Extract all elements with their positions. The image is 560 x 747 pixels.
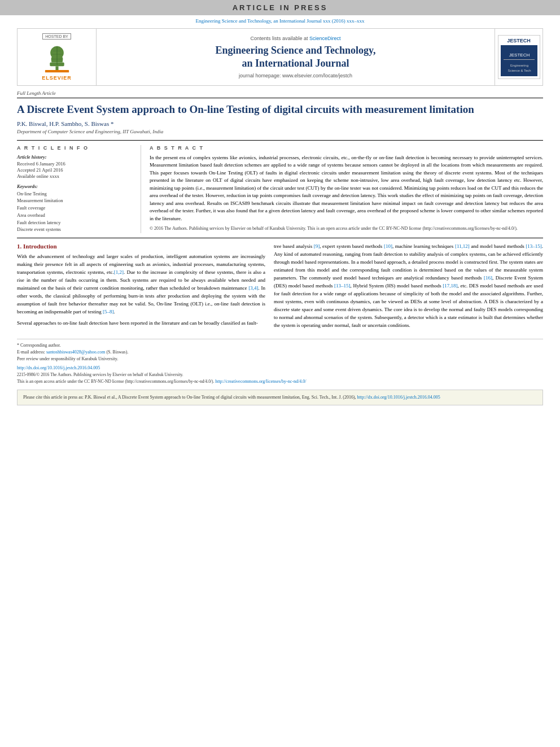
ref-link-17-18[interactable]: [17,18] — [443, 283, 457, 289]
journal-title-main: Engineering Science and Technology, an I… — [215, 44, 375, 71]
keyword-item-4: Area overhead — [17, 212, 134, 219]
keyword-item-3: Fault coverage — [17, 204, 134, 212]
jestech-logo-box: JESTECH JESTECH Engineering Science & Te… — [498, 35, 540, 79]
elsevier-logo-section: HOSTED BY ELSEVIER — [18, 29, 97, 85]
hosted-by-label: HOSTED BY — [42, 33, 71, 40]
svg-text:Science & Tech: Science & Tech — [508, 69, 531, 72]
article-history-label: Article history: — [17, 154, 134, 160]
intro-paragraph-1: With the advancement of technology and l… — [17, 253, 265, 316]
keywords-label: Keywords: — [17, 184, 134, 189]
copyright-text: © 2016 The Authors. Publishing services … — [150, 225, 543, 231]
keyword-item-6: Discrete event systems — [17, 226, 134, 233]
email-footnote: E-mail address: santoshbiswas4028@yahoo.… — [17, 349, 543, 356]
issn-line: 2215-0986/© 2016 The Authors. Publishing… — [17, 372, 543, 386]
ref-link-5-8[interactable]: [5–8] — [103, 309, 114, 314]
jestech-logo-image: JESTECH Engineering Science & Tech — [501, 45, 537, 76]
svg-text:Engineering: Engineering — [510, 64, 528, 67]
citation-bar: Please cite this article in press as: P.… — [17, 390, 543, 405]
ref-link-9[interactable]: [9] — [314, 243, 320, 249]
elsevier-logo: ELSEVIER — [40, 42, 74, 81]
ref-link-16[interactable]: [16] — [484, 275, 492, 281]
keyword-item-5: Fault detection latency — [17, 219, 134, 226]
introduction-section: 1. Introduction With the advancement of … — [17, 243, 543, 333]
journal-homepage: journal homepage: www.elsevier.com/locat… — [239, 73, 352, 78]
article-info-heading: A R T I C L E I N F O — [17, 145, 134, 151]
intro-right-paragraph-1: tree based analysis [9], expert system b… — [274, 243, 543, 329]
corresponding-author-note: * Corresponding author. — [17, 342, 543, 349]
doi-line: http://dx.doi.org/10.1016/j.jestch.2016.… — [17, 365, 543, 370]
elsevier-tree-icon — [40, 42, 74, 73]
ref-link-13-15b[interactable]: [13–15] — [334, 283, 351, 289]
journal-title-section: Contents lists available at ScienceDirec… — [97, 29, 495, 85]
authors-line: P.K. Biswal, H.P. Sambho, S. Biswas * — [17, 120, 543, 127]
keyword-item-2: Measurement limitation — [17, 197, 134, 204]
article-content: Full Length Article A Discrete Event Sys… — [17, 90, 543, 333]
affiliation-text: Department of Computer Science and Engin… — [17, 129, 543, 134]
accepted-date: Accepted 21 April 2016 — [17, 167, 134, 173]
section-divider — [17, 238, 543, 238]
ref-link-13-15[interactable]: [13–15] — [526, 243, 542, 249]
article-title: A Discrete Event System approach to On-l… — [17, 103, 543, 117]
intro-right-column: tree based analysis [9], expert system b… — [274, 243, 543, 333]
email-link[interactable]: santoshbiswas4028@yahoo.com — [46, 350, 105, 355]
keywords-list: On-line Testing Measurement limitation F… — [17, 190, 134, 234]
available-online: Available online xxxx — [17, 173, 134, 179]
keyword-item-1: On-line Testing — [17, 190, 134, 198]
citation-doi-link[interactable]: http://dx.doi.org/10.1016/j.jestch.2016.… — [357, 395, 440, 400]
abstract-column: A B S T R A C T In the present era of co… — [150, 145, 543, 234]
peer-review-note: Peer review under responsibility of Kara… — [17, 356, 543, 362]
ref-link-3-4[interactable]: [3,4] — [248, 285, 258, 291]
intro-left-column: 1. Introduction With the advancement of … — [17, 243, 265, 333]
article-type-label: Full Length Article — [17, 90, 543, 98]
cc-link-footer[interactable]: http://creativecommons.org/licenses/by-n… — [215, 379, 306, 384]
article-info-abstract-section: A R T I C L E I N F O Article history: R… — [17, 140, 543, 234]
doi-link[interactable]: http://dx.doi.org/10.1016/j.jestch.2016.… — [17, 365, 100, 370]
received-date: Received 6 January 2016 — [17, 161, 134, 167]
journal-link-bar: Engineering Science and Technology, an I… — [0, 15, 560, 25]
ref-link-10[interactable]: [10] — [384, 243, 392, 249]
svg-rect-11 — [504, 59, 535, 60]
elsevier-text: ELSEVIER — [42, 75, 72, 81]
jestech-logo-text: JESTECH — [501, 38, 537, 43]
jestech-logo-section: JESTECH JESTECH Engineering Science & Te… — [495, 29, 542, 85]
sciencedirect-link[interactable]: ScienceDirect — [309, 36, 341, 41]
abstract-heading: A B S T R A C T — [150, 145, 543, 151]
journal-link-text: Engineering Science and Technology, an I… — [195, 18, 364, 24]
article-info-column: A R T I C L E I N F O Article history: R… — [17, 145, 141, 234]
intro-paragraph-2: Several approaches to on-line fault dete… — [17, 320, 265, 327]
svg-text:JESTECH: JESTECH — [509, 53, 530, 58]
contents-available-text: Contents lists available at ScienceDirec… — [250, 36, 340, 41]
page-footer: * Corresponding author. E-mail address: … — [17, 339, 543, 362]
abstract-text: In the present era of complex systems li… — [150, 154, 543, 223]
article-in-press-banner: ARTICLE IN PRESS — [0, 0, 560, 15]
journal-header: HOSTED BY ELSEVIER — [17, 28, 543, 86]
citation-text: Please cite this article in press as: P.… — [23, 395, 357, 400]
ref-link-1-2[interactable]: [1,2] — [114, 269, 124, 275]
ref-link-11-12[interactable]: [11,12] — [455, 243, 470, 249]
svg-rect-8 — [45, 70, 68, 72]
introduction-title: 1. Introduction — [17, 243, 265, 250]
